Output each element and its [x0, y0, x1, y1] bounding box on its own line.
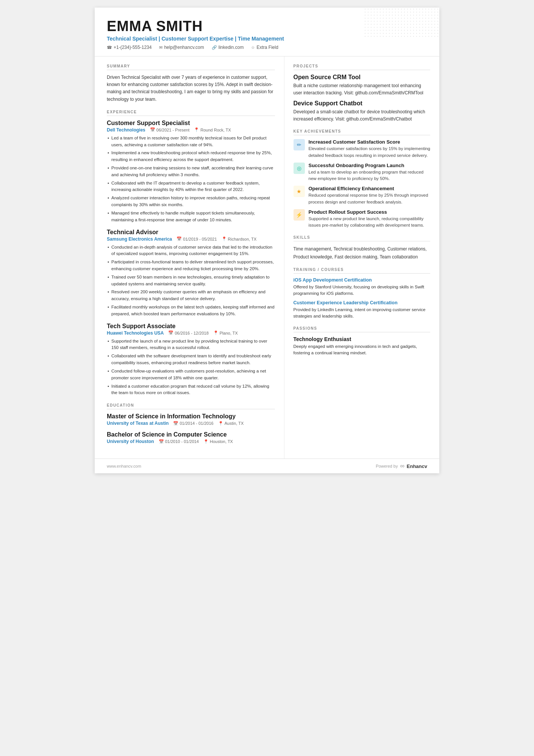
job-2-bullet-1: Conducted an in-depth analysis of custom…: [111, 244, 275, 258]
job-2-bullet-5: Facilitated monthly workshops on the lat…: [111, 304, 275, 318]
location-icon-3: 📍: [213, 330, 219, 335]
training-section: TRAINING / COURSES iOS App Development C…: [294, 268, 431, 319]
job-2-bullet-4: Resolved over 200 weekly customer querie…: [111, 289, 275, 302]
job-2-location: 📍 Richardson, TX: [222, 236, 257, 241]
location-icon-1: 📍: [194, 127, 199, 132]
contact-email: ✉ help@enhancv.com: [159, 45, 204, 50]
course-1-desc: Offered by Stanford University, focusing…: [294, 284, 431, 297]
job-1-location: 📍 Round Rock, TX: [194, 127, 231, 132]
calendar-icon-1: 📅: [150, 127, 155, 132]
degree-1-location: 📍 Austin, TX: [218, 421, 244, 426]
job-1-bullet-1: Led a team of five in resolving over 300…: [111, 135, 275, 149]
experience-label: EXPERIENCE: [107, 110, 275, 116]
location-icon-edu-2: 📍: [203, 439, 209, 444]
job-1: Customer Support Specialist Dell Technol…: [107, 120, 275, 224]
job-1-bullet-3: Provided one-on-one training sessions to…: [111, 165, 275, 178]
achievement-1: ✏ Increased Customer Satisfaction Score …: [294, 139, 431, 159]
job-3-bullet-4: Initiated a customer education program t…: [111, 383, 275, 397]
degree-2-school: University of Houston: [107, 439, 154, 444]
passion-1-title: Technology Enthusiast: [294, 336, 431, 342]
job-3-dates: 📅 06/2016 - 12/2018: [168, 330, 208, 335]
job-1-bullet-6: Managed time effectively to handle multi…: [111, 210, 275, 224]
footer-website: www.enhancv.com: [107, 464, 141, 468]
resume-page: EMMA SMITH Technical Specialist | Custom…: [95, 8, 439, 473]
calendar-icon-edu-2: 📅: [159, 439, 164, 444]
achievement-4-desc: Supported a new product line launch, red…: [309, 216, 431, 229]
enhancv-icon: ∞: [400, 463, 404, 470]
degree-1-meta: University of Texas at Austin 📅 01/2014 …: [107, 421, 275, 426]
job-2-bullets: Conducted an in-depth analysis of custom…: [107, 244, 275, 318]
calendar-icon-2: 📅: [176, 236, 182, 241]
achievement-1-content: Increased Customer Satisfaction Score El…: [309, 139, 431, 159]
achievement-1-title: Increased Customer Satisfaction Score: [309, 139, 431, 145]
degree-1-school: University of Texas at Austin: [107, 421, 169, 426]
achievement-4-content: Product Rollout Support Success Supporte…: [309, 209, 431, 229]
training-label: TRAINING / COURSES: [294, 268, 431, 274]
powered-by-text: Powered by: [376, 464, 398, 468]
achievement-2-icon: ◎: [294, 163, 305, 174]
left-column: SUMMARY Driven Technical Specialist with…: [95, 56, 284, 459]
project-2-title: Device Support Chatbot: [294, 100, 431, 107]
passions-label: PASSIONS: [294, 326, 431, 332]
resume-header: EMMA SMITH Technical Specialist | Custom…: [95, 8, 439, 56]
calendar-icon-3: 📅: [168, 330, 173, 335]
course-1-title: iOS App Development Certification: [294, 277, 431, 283]
projects-section: PROJECTS Open Source CRM Tool Built a ni…: [294, 64, 431, 122]
achievement-3-desc: Reduced operational response time by 25%…: [309, 192, 431, 205]
achievement-4-title: Product Rollout Support Success: [309, 209, 431, 215]
skills-text: Time management, Technical troubleshooti…: [294, 245, 431, 261]
degree-1: Master of Science in Information Technol…: [107, 413, 275, 426]
location-icon-edu-1: 📍: [218, 421, 223, 426]
job-3-title: Tech Support Associate: [107, 323, 275, 330]
job-3-bullet-2: Collaborated with the software developme…: [111, 353, 275, 366]
email-text: help@enhancv.com: [164, 45, 204, 50]
email-icon: ✉: [159, 45, 162, 50]
job-3-bullet-1: Supported the launch of a new product li…: [111, 338, 275, 352]
job-2-dates: 📅 01/2019 - 05/2021: [176, 236, 217, 241]
projects-label: PROJECTS: [294, 64, 431, 70]
summary-label: SUMMARY: [107, 64, 275, 70]
linkedin-text: linkedin.com: [219, 45, 244, 50]
degree-2: Bachelor of Science in Computer Science …: [107, 431, 275, 444]
achievement-3: ★ Operational Efficiency Enhancement Red…: [294, 186, 431, 205]
job-2-meta: Samsung Electronics America 📅 01/2019 - …: [107, 236, 275, 242]
project-1-desc: Built a niche customer relationship mana…: [294, 82, 431, 96]
resume-footer: www.enhancv.com Powered by ∞ Enhancv: [95, 459, 439, 473]
education-section: EDUCATION Master of Science in Informati…: [107, 403, 275, 444]
job-3-location: 📍 Plano, TX: [213, 330, 238, 335]
achievement-2: ◎ Successful Onboarding Program Launch L…: [294, 163, 431, 182]
job-1-bullet-2: Implemented a new troubleshooting protoc…: [111, 150, 275, 163]
job-2-bullet-3: Trained over 50 team members in new tech…: [111, 274, 275, 288]
job-1-company: Dell Technologies: [107, 127, 145, 133]
job-1-title: Customer Support Specialist: [107, 120, 275, 127]
dot-pattern-decoration: [364, 8, 439, 38]
job-2-company: Samsung Electronics America: [107, 236, 172, 242]
achievement-1-icon: ✏: [294, 139, 305, 150]
degree-1-dates: 📅 01/2014 - 01/2016: [173, 421, 213, 426]
contact-extra: ☆ Extra Field: [251, 45, 278, 50]
job-3: Tech Support Associate Huawei Technologi…: [107, 323, 275, 397]
achievement-4: ⚡ Product Rollout Support Success Suppor…: [294, 209, 431, 229]
job-2: Technical Advisor Samsung Electronics Am…: [107, 229, 275, 318]
job-2-title: Technical Advisor: [107, 229, 275, 236]
achievement-3-icon: ★: [294, 186, 305, 197]
job-1-dates: 📅 06/2021 - Present: [150, 127, 189, 132]
job-3-meta: Huawei Technologies USA 📅 06/2016 - 12/2…: [107, 330, 275, 336]
calendar-icon-edu-1: 📅: [173, 421, 178, 426]
experience-section: EXPERIENCE Customer Support Specialist D…: [107, 110, 275, 396]
location-icon-2: 📍: [222, 236, 227, 241]
skills-label: SKILLS: [294, 235, 431, 241]
phone-text: +1-(234)-555-1234: [114, 45, 151, 50]
job-1-bullet-4: Collaborated with the IT department to d…: [111, 180, 275, 194]
footer-brand: Powered by ∞ Enhancv: [376, 463, 427, 470]
achievement-3-content: Operational Efficiency Enhancement Reduc…: [309, 186, 431, 205]
achievement-3-title: Operational Efficiency Enhancement: [309, 186, 431, 191]
skills-section: SKILLS Time management, Technical troubl…: [294, 235, 431, 261]
achievement-4-icon: ⚡: [294, 209, 305, 221]
degree-1-title: Master of Science in Information Technol…: [107, 413, 275, 420]
job-1-meta: Dell Technologies 📅 06/2021 - Present 📍 …: [107, 127, 275, 133]
achievement-2-desc: Led a team to develop an onboarding prog…: [309, 169, 431, 182]
job-2-bullet-2: Participated in cross-functional teams t…: [111, 259, 275, 272]
right-column: PROJECTS Open Source CRM Tool Built a ni…: [284, 56, 440, 459]
job-3-bullet-3: Conducted follow-up evaluations with cus…: [111, 368, 275, 382]
